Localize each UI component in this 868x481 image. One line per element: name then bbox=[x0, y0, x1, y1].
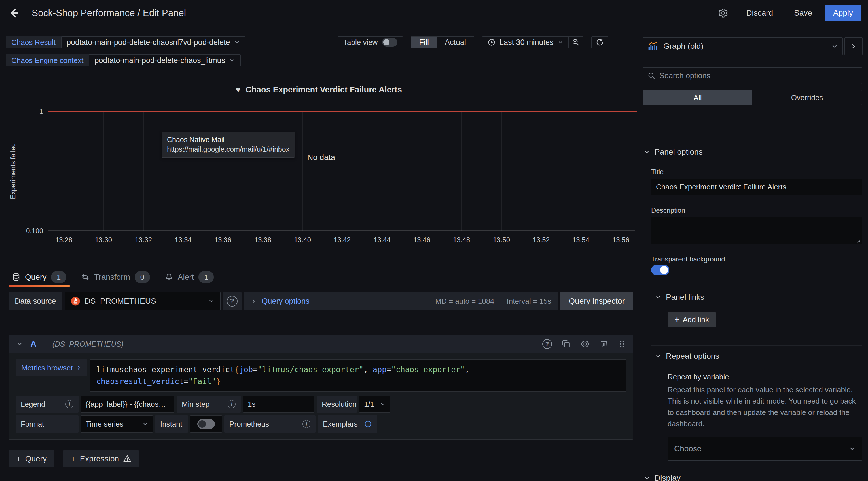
exemplars-field[interactable]: Exemplars bbox=[318, 416, 377, 432]
panel-title-input[interactable] bbox=[651, 179, 862, 195]
panel-link-tooltip[interactable]: Chaos Native Mail https://mail.google.co… bbox=[162, 131, 295, 158]
actual-option[interactable]: Actual bbox=[437, 37, 474, 48]
datasource-select[interactable]: DS_PROMETHEUS bbox=[65, 292, 221, 310]
chart-plot-area[interactable] bbox=[48, 112, 635, 231]
tab-count-badge: 1 bbox=[51, 271, 66, 283]
format-select[interactable]: Time series bbox=[81, 416, 153, 432]
repeat-description: Repeat this panel for each value in the … bbox=[668, 384, 856, 429]
max-data-points-text: MD = auto = 1084 bbox=[435, 297, 494, 306]
gridline bbox=[263, 112, 263, 231]
tab-alert[interactable]: Alert 1 bbox=[161, 267, 217, 287]
x-axis-tick: 13:46 bbox=[413, 236, 430, 244]
panel-link-url: https://mail.google.com/mail/u/1/#inbox bbox=[167, 144, 289, 154]
discard-button[interactable]: Discard bbox=[738, 5, 781, 21]
title-field-label: Title bbox=[651, 168, 663, 176]
tab-all[interactable]: All bbox=[643, 90, 752, 104]
save-button[interactable]: Save bbox=[786, 5, 820, 21]
repeat-options-header[interactable]: Repeat options bbox=[655, 352, 719, 361]
active-tab-underline bbox=[8, 285, 70, 287]
time-range-button[interactable]: Last 30 minutes bbox=[483, 37, 568, 48]
panel-settings-button[interactable] bbox=[713, 5, 733, 21]
repeat-variable-select[interactable]: Choose bbox=[668, 437, 862, 460]
x-axis-line bbox=[48, 230, 635, 231]
instant-toggle[interactable] bbox=[197, 419, 215, 429]
duplicate-query-button[interactable] bbox=[562, 339, 570, 349]
chart-panel-title[interactable]: ♥ Chaos Experiment Verdict Failure Alert… bbox=[0, 85, 638, 94]
help-icon: ? bbox=[227, 296, 238, 307]
tab-overrides[interactable]: Overrides bbox=[752, 90, 862, 104]
panel-options-header[interactable]: Panel options bbox=[644, 148, 703, 156]
metrics-browser-label: Metrics browser bbox=[21, 364, 73, 372]
fill-actual-segmented-control: Fill Actual bbox=[411, 36, 474, 48]
resize-handle-icon[interactable] bbox=[856, 238, 861, 243]
query-inspector-button[interactable]: Query inspector bbox=[560, 292, 633, 310]
panel-description-textarea[interactable] bbox=[651, 217, 862, 244]
divider bbox=[651, 287, 862, 287]
legend-input[interactable]: {{app_label}} - {{chaos… bbox=[81, 396, 174, 413]
query-help-button[interactable]: ? bbox=[542, 339, 552, 349]
exemplars-target-icon bbox=[364, 420, 372, 428]
repeat-by-variable-label: Repeat by variable bbox=[668, 373, 729, 382]
add-expression-button[interactable]: + Expression bbox=[63, 450, 139, 468]
delete-query-button[interactable] bbox=[599, 339, 609, 349]
fill-option[interactable]: Fill bbox=[411, 37, 437, 48]
interval-text: Interval = 15s bbox=[507, 297, 551, 306]
drag-query-handle[interactable] bbox=[618, 339, 626, 349]
chevron-right-icon bbox=[76, 365, 82, 371]
tab-query[interactable]: Query 1 bbox=[8, 267, 70, 287]
chevron-down-icon bbox=[229, 57, 235, 63]
query-options-collapsed[interactable]: Query options MD = auto = 1084 Interval … bbox=[244, 292, 558, 310]
options-filter-tabs: All Overrides bbox=[643, 90, 862, 105]
metrics-browser-button[interactable]: Metrics browser bbox=[16, 359, 87, 377]
x-axis-tick: 13:52 bbox=[533, 236, 550, 244]
variable-value-dropdown[interactable]: podtato-main-pod-delete-chaosnl7vd-pod-d… bbox=[61, 36, 246, 48]
chevron-down-icon bbox=[558, 39, 563, 45]
search-options-input[interactable] bbox=[659, 71, 857, 80]
query-editor-card: A (DS_PROMETHEUS) ? bbox=[8, 335, 633, 440]
tab-transform[interactable]: Transform 0 bbox=[78, 267, 153, 287]
visualization-picker[interactable]: Graph (old) bbox=[643, 37, 843, 55]
table-view-toggle[interactable] bbox=[382, 38, 397, 47]
add-query-button[interactable]: + Query bbox=[8, 450, 54, 468]
refresh-button[interactable] bbox=[591, 36, 608, 48]
apply-button[interactable]: Apply bbox=[825, 5, 861, 21]
info-icon: i bbox=[228, 400, 236, 408]
promql-code-editor[interactable]: litmuschaos_experiment_verdict{job="litm… bbox=[90, 359, 626, 392]
instant-field-label: Instant bbox=[155, 416, 188, 432]
datasource-help-button[interactable]: ? bbox=[223, 292, 242, 310]
zoom-out-time-button[interactable] bbox=[568, 37, 583, 48]
collapse-pane-button[interactable] bbox=[844, 37, 863, 55]
description-field-label: Description bbox=[651, 207, 685, 214]
help-icon: ? bbox=[542, 339, 552, 349]
chevron-down-icon bbox=[831, 43, 838, 50]
chevron-right-icon bbox=[251, 298, 257, 304]
transparent-bg-toggle[interactable] bbox=[651, 265, 669, 275]
divider bbox=[639, 62, 868, 62]
template-variables: Chaos Result podtato-main-pod-delete-cha… bbox=[6, 36, 246, 72]
x-axis-tick: 13:34 bbox=[175, 236, 192, 244]
x-axis-tick: 13:28 bbox=[55, 236, 72, 244]
chevron-right-icon bbox=[850, 43, 857, 50]
legend-field-label: Legend i bbox=[16, 396, 79, 413]
display-section-header[interactable]: Display bbox=[644, 474, 681, 481]
gridline bbox=[621, 112, 621, 231]
bell-icon bbox=[165, 273, 173, 281]
info-icon: i bbox=[303, 420, 310, 428]
resolution-select[interactable]: 1/1 bbox=[359, 396, 390, 413]
variable-value-text: podtato-main-pod-delete-chaos_litmus bbox=[94, 56, 225, 65]
x-axis-tick: 13:32 bbox=[135, 236, 152, 244]
copy-icon bbox=[562, 339, 570, 349]
plus-icon: + bbox=[674, 315, 680, 325]
add-link-button[interactable]: + Add link bbox=[668, 312, 716, 327]
min-step-input[interactable]: 1s bbox=[243, 396, 314, 413]
chevron-down-icon bbox=[142, 421, 148, 427]
chevron-down-icon bbox=[655, 353, 661, 359]
variable-value-dropdown[interactable]: podtato-main-pod-delete-chaos_litmus bbox=[89, 55, 241, 66]
toggle-query-visibility-button[interactable] bbox=[580, 339, 590, 349]
panel-links-header[interactable]: Panel links bbox=[655, 293, 704, 302]
x-axis-tick: 13:44 bbox=[374, 236, 391, 244]
query-row-header[interactable]: A (DS_PROMETHEUS) ? bbox=[9, 335, 633, 353]
datasource-bar: Data source DS_PROMETHEUS ? Query option… bbox=[8, 292, 633, 310]
editor-tabs: Query 1 Transform 0 Alert 1 bbox=[0, 267, 638, 287]
back-arrow-icon[interactable] bbox=[8, 6, 23, 21]
